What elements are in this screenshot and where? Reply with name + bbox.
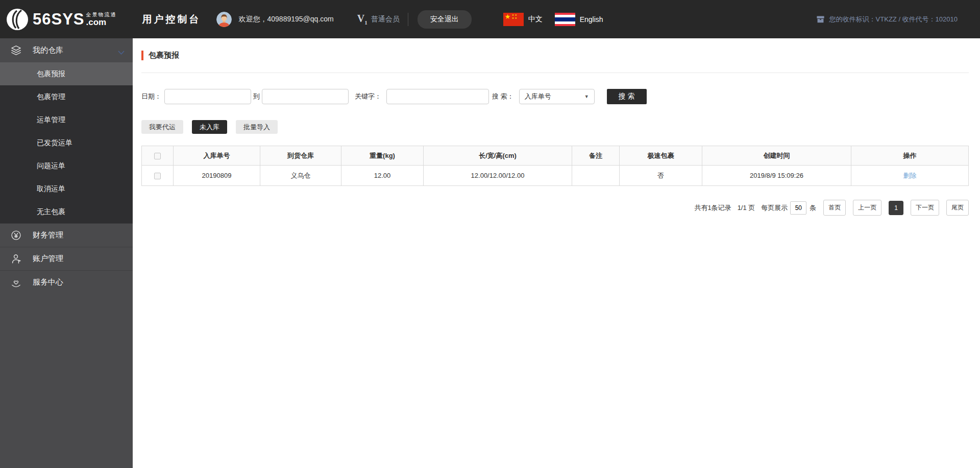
app-window: 56SYS 全景物流通 .com 用户控制台 欢迎您，409889195@qq.… [0, 0, 980, 468]
logo-swoosh-icon [6, 8, 29, 31]
current-page-button[interactable]: 1 [889, 201, 903, 215]
col-header-dimensions: 长/宽/高(cm) [424, 146, 572, 166]
cell-dimensions: 12.00/12.00/12.00 [424, 166, 572, 186]
action-buttons: 我要代运 未入库 批量导入 [141, 120, 969, 134]
table-row: 20190809 义乌仓 12.00 12.00/12.00/12.00 否 2… [142, 166, 969, 186]
china-flag-icon[interactable] [503, 13, 524, 26]
next-page-button[interactable]: 下一页 [911, 200, 939, 216]
col-header-created-at: 创建时间 [702, 146, 851, 166]
sidebar-section-label: 财务管理 [33, 230, 63, 240]
delete-link[interactable]: 删除 [903, 172, 917, 179]
select-all-checkbox[interactable] [154, 153, 161, 159]
sidebar-filler [0, 294, 133, 468]
col-header-storage-no: 入库单号 [174, 146, 260, 166]
layers-icon [10, 44, 22, 56]
page-title-text: 包裹预报 [149, 51, 179, 60]
sidebar-item-package-forecast[interactable]: 包裹预报 [0, 62, 133, 85]
col-header-actions: 操作 [851, 146, 969, 166]
date-to-input[interactable] [262, 89, 349, 104]
lang-english[interactable]: English [580, 15, 603, 24]
table-header-row: 入库单号 到货仓库 重量(kg) 长/宽/高(cm) 备注 极速包裹 创建时间 … [142, 146, 969, 166]
cell-weight: 12.00 [341, 166, 424, 186]
cell-created-at: 2019/8/9 15:09:26 [702, 166, 851, 186]
search-type-selected-value: 入库单号 [525, 92, 551, 101]
console-title: 用户控制台 [142, 13, 201, 26]
select-all-cell [142, 146, 174, 166]
row-select-cell [142, 166, 174, 186]
member-badge: V1 普通会员 [357, 13, 400, 26]
sidebar: 我的仓库 包裹预报 包裹管理 运单管理 已发货运单 问题运单 取消运单 无主包裹 [0, 38, 133, 468]
main-content: 包裹预报 日期： 到 关键字： 搜 索： 入库单号 搜 索 我要代运 未入库 批… [133, 38, 980, 468]
title-divider [141, 73, 969, 73]
prev-page-button[interactable]: 上一页 [853, 200, 881, 216]
cell-storage-no: 20190809 [174, 166, 260, 186]
col-header-express: 极速包裹 [620, 146, 702, 166]
date-label: 日期： [141, 92, 161, 101]
search-button[interactable]: 搜 索 [607, 89, 647, 104]
sidebar-item-package-management[interactable]: 包裹管理 [0, 85, 133, 108]
sidebar-item-cancelled-waybills[interactable]: 取消运单 [0, 177, 133, 200]
page-title: 包裹预报 [141, 50, 969, 60]
date-from-input[interactable] [164, 89, 251, 104]
cell-remark [572, 166, 620, 186]
thailand-flag-icon[interactable] [555, 13, 575, 26]
vip-level-icon: V1 [357, 13, 368, 26]
date-to-label: 到 [253, 92, 260, 101]
cell-actions: 删除 [851, 166, 969, 186]
welcome-text: 欢迎您，409889195@qq.com [239, 15, 334, 24]
batch-import-button[interactable]: 批量导入 [236, 120, 278, 134]
search-type-label: 搜 索： [492, 92, 514, 101]
package-icon [816, 14, 825, 24]
brand-domain: .com [86, 18, 117, 27]
search-type-select[interactable]: 入库单号 [519, 89, 595, 104]
sidebar-section-service[interactable]: 服务中心 [0, 270, 133, 294]
keyword-label: 关键字： [355, 92, 381, 101]
logo: 56SYS 全景物流通 .com [6, 8, 117, 31]
avatar [216, 12, 232, 27]
sidebar-item-waybill-management[interactable]: 运单管理 [0, 108, 133, 131]
top-header: 56SYS 全景物流通 .com 用户控制台 欢迎您，409889195@qq.… [0, 0, 980, 38]
sidebar-item-unclaimed-packages[interactable]: 无主包裹 [0, 200, 133, 223]
per-page-input[interactable] [790, 201, 806, 215]
keyword-input[interactable] [386, 89, 489, 104]
cell-warehouse: 义乌仓 [260, 166, 341, 186]
not-in-storage-tab[interactable]: 未入库 [192, 120, 227, 134]
col-header-remark: 备注 [572, 146, 620, 166]
yen-circle-icon [10, 229, 22, 241]
sidebar-section-label: 我的仓库 [33, 45, 63, 55]
filter-toolbar: 日期： 到 关键字： 搜 索： 入库单号 搜 索 [141, 89, 969, 104]
row-checkbox[interactable] [154, 173, 161, 179]
last-page-button[interactable]: 尾页 [946, 200, 969, 216]
chevron-down-icon [118, 48, 125, 57]
cell-express: 否 [620, 166, 702, 186]
logout-button[interactable]: 安全退出 [418, 10, 472, 29]
per-page-unit-label: 条 [810, 203, 816, 213]
sidebar-section-finance[interactable]: 财务管理 [0, 223, 133, 247]
member-level-label: 普通会员 [371, 15, 400, 24]
sidebar-section-my-warehouse[interactable]: 我的仓库 [0, 38, 133, 62]
sidebar-item-problem-waybills[interactable]: 问题运单 [0, 154, 133, 177]
hand-heart-icon [10, 276, 22, 288]
receiver-info: 您的收件标识：VTKZZ / 收件代号：102010 [816, 14, 958, 24]
warehouse-submenu: 包裹预报 包裹管理 运单管理 已发货运单 问题运单 取消运单 无主包裹 [0, 62, 133, 223]
brand-slogan: 全景物流通 [86, 12, 117, 17]
first-page-button[interactable]: 首页 [823, 200, 846, 216]
user-icon [10, 253, 22, 265]
lang-chinese[interactable]: 中文 [528, 15, 543, 24]
consign-button[interactable]: 我要代运 [141, 120, 183, 134]
col-header-warehouse: 到货仓库 [260, 146, 341, 166]
sidebar-section-label: 账户管理 [33, 254, 63, 264]
pagination: 共有1条记录 1/1 页 每页展示 条 首页 上一页 1 下一页 尾页 [141, 200, 969, 216]
sidebar-item-shipped-waybills[interactable]: 已发货运单 [0, 131, 133, 154]
sidebar-section-account[interactable]: 账户管理 [0, 247, 133, 270]
receiver-id-text: 您的收件标识：VTKZZ / 收件代号：102010 [829, 15, 958, 24]
language-switcher: 中文 English [472, 13, 603, 26]
page-indicator-text: 1/1 页 [738, 203, 755, 213]
header-divider [408, 13, 408, 26]
brand-name: 56SYS [33, 10, 85, 29]
title-accent-bar [141, 51, 143, 60]
packages-table: 入库单号 到货仓库 重量(kg) 长/宽/高(cm) 备注 极速包裹 创建时间 … [141, 146, 969, 186]
per-page-label: 每页展示 [761, 203, 788, 213]
col-header-weight: 重量(kg) [341, 146, 424, 166]
total-records-text: 共有1条记录 [694, 203, 731, 213]
